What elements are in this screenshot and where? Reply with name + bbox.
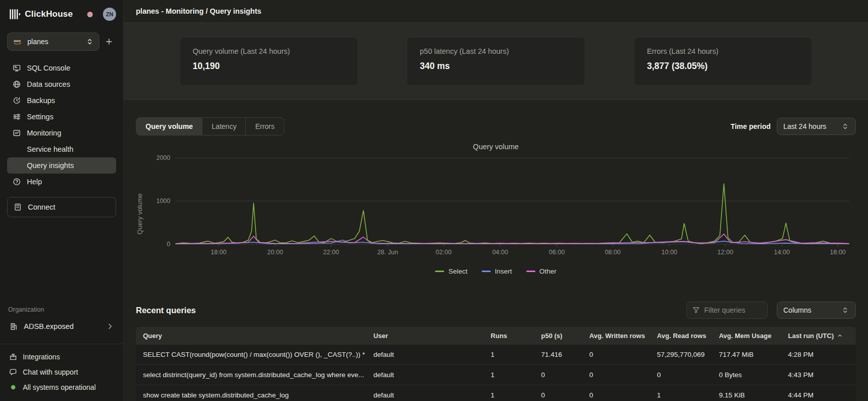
tab-errors[interactable]: Errors <box>245 118 283 135</box>
svg-text:08:00: 08:00 <box>605 249 621 256</box>
table-row[interactable]: show create table system.distributed_cac… <box>136 385 856 401</box>
settings-icon <box>12 113 21 121</box>
avg-written-rows-cell: 0 <box>582 391 649 399</box>
user-avatar[interactable]: ZN <box>103 8 116 21</box>
runs-cell: 1 <box>484 351 534 358</box>
building-icon <box>9 322 18 330</box>
column-header-label: Query <box>143 332 162 340</box>
sidebar-footer: Integrations Chat with support All syste… <box>7 349 116 395</box>
stat-value: 10,190 <box>193 61 345 72</box>
svg-text:16:00: 16:00 <box>830 249 846 256</box>
column-header-avg-written-rows[interactable]: Avg. Written rows <box>582 332 649 340</box>
chart-y-axis-label: Query volume <box>136 193 143 235</box>
column-header-label: Runs <box>491 332 508 340</box>
table-row[interactable]: select distrinct(query_id) from system.d… <box>136 364 856 385</box>
sidebar-item-monitoring[interactable]: Monitoring <box>7 125 116 141</box>
connect-icon <box>14 203 22 211</box>
sidebar-item-label: Help <box>27 178 42 186</box>
filter-queries-input[interactable] <box>704 306 762 314</box>
add-service-button[interactable] <box>105 38 113 46</box>
stat-value: 340 ms <box>420 61 572 72</box>
status-dot-icon <box>9 384 17 390</box>
organization-item[interactable]: ADSB.exposed <box>7 318 116 335</box>
column-header-avg-mem-usage[interactable]: Avg. Mem Usage <box>712 332 781 340</box>
svg-text:02:00: 02:00 <box>436 249 451 256</box>
legend-item-other[interactable]: Other <box>526 268 557 275</box>
stat-label: Errors (Last 24 hours) <box>647 47 799 55</box>
sidebar-footer-chat-with-support[interactable]: Chat with support <box>7 364 116 380</box>
avg-written-rows-cell: 0 <box>582 371 649 379</box>
service-selector[interactable]: aws planes <box>7 32 99 51</box>
sidebar: ClickHouse ZN aws planes SQL Console Dat… <box>0 0 124 401</box>
avg-read-rows-cell: 1 <box>650 391 712 399</box>
svg-text:22:00: 22:00 <box>323 249 339 256</box>
user-cell: default <box>366 391 483 399</box>
table-row[interactable]: SELECT CAST(round(pow(count() / max(coun… <box>136 344 856 364</box>
integrations-icon <box>9 353 17 361</box>
sidebar-item-service-health[interactable]: Service health <box>7 141 116 157</box>
legend-item-insert[interactable]: Insert <box>482 268 512 275</box>
time-period-label: Time period <box>731 122 771 130</box>
svg-text:aws: aws <box>14 39 21 43</box>
chart-tabs: Query volumeLatencyErrors <box>136 117 284 136</box>
tab-query-volume[interactable]: Query volume <box>136 118 202 135</box>
avg-mem-usage-cell: 717.47 MiB <box>712 351 781 358</box>
stat-label: Query volume (Last 24 hours) <box>193 47 345 55</box>
monitoring-icon <box>12 129 21 137</box>
filter-queries-box <box>686 302 768 319</box>
user-cell: default <box>366 351 483 358</box>
table-body: SELECT CAST(round(pow(count() / max(coun… <box>136 344 856 401</box>
sidebar-item-backups[interactable]: Backups <box>7 92 116 109</box>
legend-item-select[interactable]: Select <box>435 268 467 275</box>
sidebar-item-data-sources[interactable]: Data sources <box>7 76 116 92</box>
stat-value: 3,877 (38.05%) <box>647 61 799 72</box>
column-header-last-run-utc-[interactable]: Last run (UTC) <box>781 332 856 340</box>
svg-text:12:00: 12:00 <box>717 249 733 256</box>
query-cell: SELECT CAST(round(pow(count() / max(coun… <box>136 351 366 358</box>
column-header-runs[interactable]: Runs <box>484 332 534 340</box>
recent-queries-title: Recent queries <box>136 306 196 315</box>
footer-item-label: All systems operational <box>23 383 96 391</box>
p50-cell: 0 <box>534 391 582 399</box>
p50-cell: 0 <box>534 371 582 379</box>
sidebar-item-label: Data sources <box>27 80 70 88</box>
chevron-right-icon <box>105 322 114 330</box>
avg-read-rows-cell: 57,295,770,069 <box>650 351 712 358</box>
sidebar-item-help[interactable]: Help <box>7 174 116 190</box>
sidebar-footer-all-systems-operational[interactable]: All systems operational <box>7 380 116 395</box>
svg-text:20:00: 20:00 <box>267 249 283 256</box>
column-header-user[interactable]: User <box>366 332 483 340</box>
avg-read-rows-cell: 0 <box>650 371 712 379</box>
organization-section-label: Organization <box>7 306 116 313</box>
query-cell: show create table system.distributed_cac… <box>136 391 366 399</box>
p50-cell: 71.416 <box>534 351 582 358</box>
breadcrumb: planes - Monitoring / Query insights <box>136 7 261 15</box>
time-period-control: Time period Last 24 hours <box>731 118 856 135</box>
column-header-p50-s-[interactable]: p50 (s) <box>534 332 582 340</box>
footer-item-label: Chat with support <box>23 368 78 376</box>
column-header-label: User <box>373 332 388 340</box>
time-period-select[interactable]: Last 24 hours <box>777 118 856 135</box>
sidebar-item-query-insights[interactable]: Query insights <box>7 157 116 174</box>
columns-select[interactable]: Columns <box>777 302 856 319</box>
recent-queries-table: Query User Runs p50 (s) Avg. Wri <box>136 327 856 401</box>
sidebar-item-sql-console[interactable]: SQL Console <box>7 60 116 76</box>
main-area: planes - Monitoring / Query insights Que… <box>124 0 868 401</box>
footer-item-label: Integrations <box>23 353 60 361</box>
sql-console-icon <box>12 64 21 72</box>
tab-latency[interactable]: Latency <box>202 118 245 135</box>
notification-dot <box>87 12 93 17</box>
chevron-updown-icon <box>841 306 849 314</box>
query-cell: select distrinct(query_id) from system.d… <box>136 371 366 379</box>
column-header-query[interactable]: Query <box>136 332 366 340</box>
svg-text:2000: 2000 <box>156 154 170 161</box>
sidebar-footer-integrations[interactable]: Integrations <box>7 349 116 364</box>
runs-cell: 1 <box>484 371 534 379</box>
sidebar-item-settings[interactable]: Settings <box>7 109 116 125</box>
stat-card: p50 latency (Last 24 hours) 340 ms <box>407 37 585 86</box>
column-header-avg-read-rows[interactable]: Avg. Read rows <box>650 332 712 340</box>
user-cell: default <box>366 371 483 379</box>
aws-icon: aws <box>13 38 23 45</box>
connect-button[interactable]: Connect <box>7 197 116 217</box>
svg-text:1000: 1000 <box>156 197 170 205</box>
